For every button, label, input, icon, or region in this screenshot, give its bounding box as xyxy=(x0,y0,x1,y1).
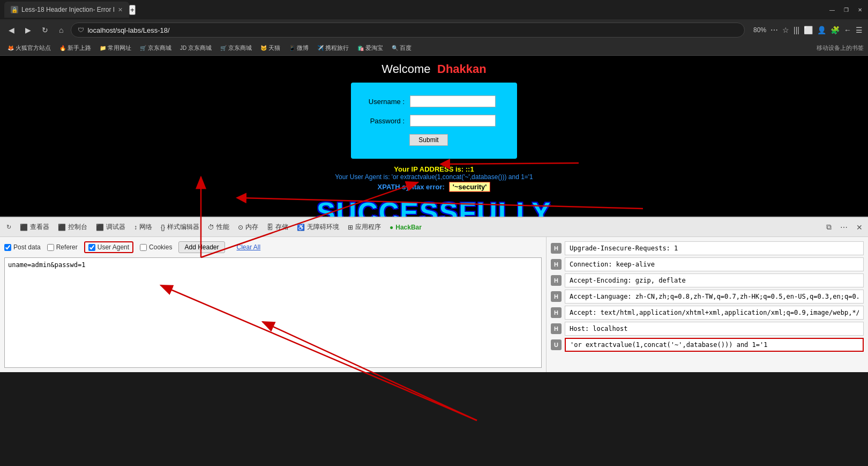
xpath-label: XPATH syntax error: xyxy=(378,183,445,191)
bookmark-baidu-label: 百度 xyxy=(400,44,411,52)
reload-btn[interactable]: ↻ xyxy=(39,24,51,36)
header-field-host[interactable] xyxy=(565,322,864,336)
minimize-btn[interactable]: — xyxy=(828,6,836,13)
undock-btn[interactable]: ⧉ xyxy=(823,221,835,233)
bookmark-tianmao[interactable]: 🐱 天猫 xyxy=(257,43,283,53)
address-bar[interactable]: 🛡 localhost/sql-labs/Less-18/ xyxy=(71,23,745,38)
dt-tab-debugger[interactable]: ⬛ 调试器 xyxy=(92,220,130,234)
jd2-icon: JD xyxy=(180,45,186,51)
header-field-language[interactable] xyxy=(565,290,864,304)
password-input[interactable] xyxy=(410,115,496,127)
bookmark-taobao[interactable]: 🛍️ 爱淘宝 xyxy=(354,43,386,53)
dt-tab-memory[interactable]: ⊙ 内存 xyxy=(234,220,263,234)
menu-icon[interactable]: ☰ xyxy=(856,26,863,34)
header-badge-upgrade: H xyxy=(551,243,562,254)
welcome-text: Welcome xyxy=(381,62,430,76)
changyong-icon: 📁 xyxy=(100,45,106,51)
bookmark-xiecheng[interactable]: ✈️ 携程旅行 xyxy=(314,43,352,53)
debugger-icon: ⬛ xyxy=(96,224,104,231)
dt-tab-storage[interactable]: 🗄 存储 xyxy=(263,220,293,234)
style-icon: {} xyxy=(161,224,165,231)
add-header-btn[interactable]: Add Header xyxy=(178,241,225,253)
home-btn[interactable]: ⌂ xyxy=(56,24,66,36)
accessibility-icon: ♿ xyxy=(297,224,305,231)
submit-button[interactable]: Submit xyxy=(409,134,447,146)
close-btn[interactable]: ✕ xyxy=(856,6,864,13)
huohu-icon: 🦊 xyxy=(8,45,14,51)
clear-all-btn[interactable]: Clear All xyxy=(231,242,266,253)
header-row-connection: H xyxy=(551,257,864,271)
bookmark-icon[interactable]: ☆ xyxy=(782,26,789,34)
tab-title: Less-18 Header Injection- Error I xyxy=(21,6,115,13)
bookmark-huohu[interactable]: 🦊 火狐官方站点 xyxy=(4,43,54,53)
password-label: Password : xyxy=(362,117,405,125)
dt-tab-perf[interactable]: ⏱ 性能 xyxy=(204,220,234,234)
postdata-checkbox[interactable] xyxy=(4,244,11,251)
dt-tab-network[interactable]: ↕ 网络 xyxy=(130,220,156,234)
bookmark-changyong[interactable]: 📁 常用网址 xyxy=(96,43,134,53)
extensions2-icon[interactable]: 🧩 xyxy=(830,26,840,34)
devtools-panel: ↻ ⬛ 查看器 ⬛ 控制台 ⬛ 调试器 ↕ 网络 {} 样式编辑器 ⏱ 性能 ⊙… xyxy=(0,217,868,372)
dt-tab-accessibility[interactable]: ♿ 无障碍环境 xyxy=(293,220,343,234)
bookmark-weibo[interactable]: 📱 微博 xyxy=(286,43,312,53)
useragent-checkbox[interactable] xyxy=(88,244,95,251)
post-data-textarea[interactable]: uname=admin&passwd=1 xyxy=(4,257,542,368)
referer-label: Referer xyxy=(56,243,78,251)
useragent-checkbox-label[interactable]: User Agent xyxy=(84,241,133,253)
username-input[interactable] xyxy=(410,95,496,107)
forward-btn[interactable]: ▶ xyxy=(22,24,34,36)
bookmark-jd2[interactable]: JD 京东商城 xyxy=(177,43,215,53)
password-row: Password : xyxy=(362,115,496,127)
dt-tab-hackbar[interactable]: ● HackBar xyxy=(385,221,426,233)
close-devtools-btn[interactable]: ✕ xyxy=(853,222,866,233)
bookmark-jd3[interactable]: 🛒 京东商城 xyxy=(217,43,255,53)
page-content: Welcome Dhakkan Username : Password : Su… xyxy=(0,56,868,217)
new-tab-btn[interactable]: + xyxy=(129,5,136,15)
profile-icon[interactable]: 👤 xyxy=(817,26,826,34)
header-field-upgrade[interactable] xyxy=(565,241,864,255)
maximize-btn[interactable]: ❐ xyxy=(842,6,850,13)
back2-icon[interactable]: ← xyxy=(844,26,851,34)
bookmark-jd3-label: 京东商城 xyxy=(228,44,252,52)
bookmark-xinshou[interactable]: 🔥 新手上路 xyxy=(56,43,94,53)
header-field-encoding[interactable] xyxy=(565,273,864,287)
back-btn[interactable]: ◀ xyxy=(5,24,18,36)
bookmark-jd1[interactable]: 🛒 京东商城 xyxy=(137,43,175,53)
dt-tab-inspector[interactable]: ⬛ 查看器 xyxy=(16,220,54,234)
postdata-checkbox-label[interactable]: Post data xyxy=(4,243,41,251)
devtools-toggle-btn[interactable]: ↻ xyxy=(2,221,16,233)
header-field-connection[interactable] xyxy=(565,257,864,271)
dt-tab-console[interactable]: ⬛ 控制台 xyxy=(54,220,92,234)
page-area: Welcome Dhakkan Username : Password : Su… xyxy=(0,56,868,217)
username-label: Username : xyxy=(362,98,405,106)
active-tab[interactable]: 🔒 Less-18 Header Injection- Error I ✕ xyxy=(4,2,129,18)
window-controls: — ❐ ✕ xyxy=(828,6,864,13)
cookies-checkbox-label[interactable]: Cookies xyxy=(140,243,172,251)
application-icon: ⊞ xyxy=(348,224,353,231)
header-badge-host: H xyxy=(551,323,562,334)
tab-close-btn[interactable]: ✕ xyxy=(118,6,123,13)
more-tools-btn[interactable]: ⋯ xyxy=(837,222,851,233)
accessibility-label: 无障碍环境 xyxy=(307,223,339,232)
history-icon[interactable]: ||| xyxy=(794,26,799,34)
header-row-language: H xyxy=(551,290,864,304)
header-field-useragent[interactable] xyxy=(565,338,864,352)
bookmark-tianmao-label: 天猫 xyxy=(268,44,280,52)
bookmark-baidu[interactable]: 🔍 百度 xyxy=(388,43,415,53)
tab-manager-icon[interactable]: ⬜ xyxy=(804,26,813,34)
info-section: Your IP ADDRESS is: ::1 Your User Agent … xyxy=(317,165,551,217)
header-field-accept[interactable] xyxy=(565,306,864,320)
header-badge-language: H xyxy=(551,291,562,302)
hackbar-icon: ● xyxy=(390,224,393,231)
taobao-icon: 🛍️ xyxy=(357,45,364,51)
dt-tab-style[interactable]: {} 样式编辑器 xyxy=(156,220,204,234)
storage-icon: 🗄 xyxy=(267,224,273,231)
cookies-checkbox[interactable] xyxy=(140,244,147,251)
referer-checkbox[interactable] xyxy=(47,244,54,251)
bookmark-jd1-label: 京东商城 xyxy=(148,44,171,52)
referer-checkbox-label[interactable]: Referer xyxy=(47,243,78,251)
extensions-icon[interactable]: ⋯ xyxy=(770,26,778,34)
browser-chrome: 🔒 Less-18 Header Injection- Error I ✕ + … xyxy=(0,0,868,56)
dt-tab-application[interactable]: ⊞ 应用程序 xyxy=(343,220,385,234)
memory-label: 内存 xyxy=(245,223,258,232)
